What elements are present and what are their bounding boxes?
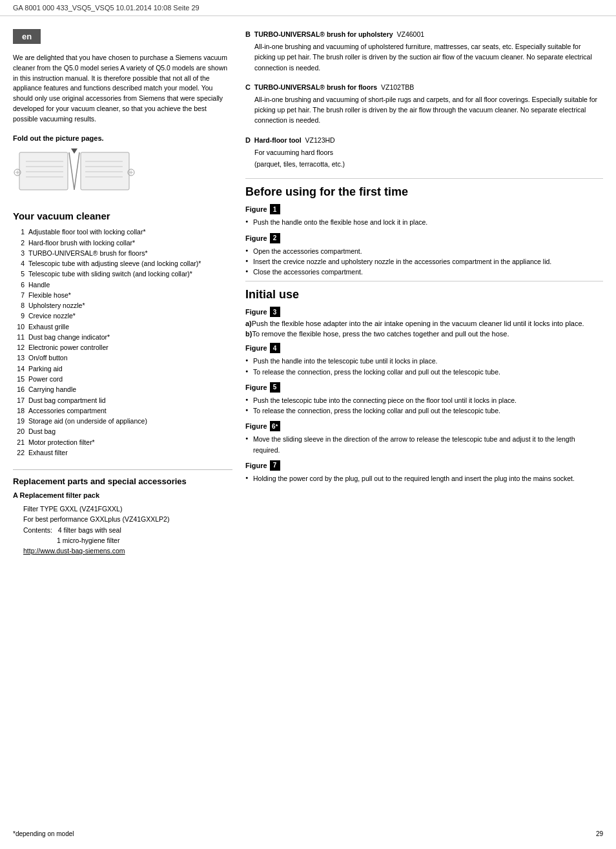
bullet-item: To release the connection, press the loc… [245, 367, 603, 377]
figure-3-a: a)Push the flexible hose adapter into th… [245, 320, 603, 327]
vacuum-list-item: 22Exhaust filter [13, 447, 232, 458]
replacement-heading: Replacement parts and special accessorie… [13, 476, 232, 486]
vacuum-list-item: 21Motor protection filter* [13, 437, 232, 447]
vacuum-list-item: 4Telescopic tube with adjusting sleeve (… [13, 258, 232, 269]
bullet-item: Holding the power cord by the plug, pull… [245, 473, 603, 484]
figure-4-bullets: Push the handle into the telescopic tube… [245, 356, 603, 377]
bullet-item: Move the sliding sleeve in the direction… [245, 434, 603, 455]
section-c-code: VZ102TBB [381, 83, 414, 91]
initial-use-heading: Initial use [245, 281, 603, 302]
figure-4-label: Figure 4 [245, 343, 603, 353]
figure-5-label: Figure 5 [245, 382, 603, 393]
page-container: GA 8001 000 433_VSQ5_VSQ5 10.01.2014 10:… [0, 0, 616, 849]
vacuum-heading: Your vacuum cleaner [13, 210, 232, 221]
vacuum-list-item: 16Carrying handle [13, 384, 232, 394]
bullet-item: Push the handle onto the flexible hose a… [245, 217, 603, 227]
contents-line2: 1 micro-hygiene filter [13, 535, 232, 546]
section-d-title: D Hard-floor tool VZ123HD [245, 135, 603, 146]
bullet-item: Close the accessories compartment. [245, 267, 603, 277]
figure-7-num: 7 [270, 460, 280, 471]
vacuum-list-item: 8Upholstery nozzle* [13, 300, 232, 311]
header-bar: GA 8001 000 433_VSQ5_VSQ5 10.01.2014 10:… [0, 0, 616, 16]
section-b-code: VZ46001 [396, 30, 424, 38]
bullet-item: Open the accessories compartment. [245, 246, 603, 256]
figure-5-bullets: Push the telescopic tube into the connec… [245, 395, 603, 416]
left-column: en We are delighted that you have chosen… [13, 29, 232, 556]
footer: *depending on model 29 [0, 830, 616, 837]
section-b-title: B TURBO-UNIVERSAL® brush for upholstery … [245, 29, 603, 40]
figure-3-b: b)To remove the flexible hose, press the… [245, 330, 603, 338]
figure-1-num: 1 [270, 204, 280, 214]
section-d-bold: Hard-floor tool [254, 136, 302, 144]
vacuum-list: 1Adjustable floor tool with locking coll… [13, 227, 232, 458]
right-column: B TURBO-UNIVERSAL® brush for upholstery … [245, 29, 603, 556]
figure-5-num: 5 [270, 382, 280, 393]
divider-1 [13, 469, 232, 470]
vacuum-list-item: 10Exhaust grille [13, 322, 232, 332]
svg-rect-0 [19, 152, 68, 190]
figure-3-num: 3 [270, 307, 280, 317]
vacuum-list-item: 7Flexible hose* [13, 290, 232, 300]
section-b-text: All-in-one brushing and vacuuming of uph… [245, 41, 603, 73]
figure-7-label: Figure 7 [245, 460, 603, 471]
vacuum-list-item: 14Parking aid [13, 363, 232, 374]
contents-line1: Contents: 4 filter bags with seal [13, 525, 232, 535]
footer-note: *depending on model [13, 830, 74, 837]
section-c: C TURBO-UNIVERSAL® brush for floors VZ10… [245, 82, 603, 126]
bullet-item: Push the telescopic tube into the connec… [245, 395, 603, 405]
filter-perf: For best performance GXXLplus (VZ41GXXLP… [13, 514, 232, 524]
language-badge: en [13, 29, 41, 44]
main-content: en We are delighted that you have chosen… [0, 16, 616, 562]
vacuum-list-item: 1Adjustable floor tool with locking coll… [13, 227, 232, 237]
figure-1-bullets: Push the handle onto the flexible hose a… [245, 217, 603, 227]
vacuum-list-item: 12Electronic power controller [13, 342, 232, 353]
bullet-item: To release the connection, press the loc… [245, 405, 603, 416]
svg-line-2 [69, 152, 74, 190]
intro-text: We are delighted that you have chosen to… [13, 53, 232, 124]
book-illustration [13, 147, 136, 199]
header-title: GA 8001 000 433_VSQ5_VSQ5 10.01.2014 10:… [13, 4, 200, 12]
vacuum-list-item: 9Crevice nozzle* [13, 311, 232, 321]
filter-link: http://www.dust-bag-siemens.com [13, 546, 232, 556]
vacuum-list-item: 18Accessories compartment [13, 405, 232, 416]
figure-7-bullets: Holding the power cord by the plug, pull… [245, 473, 603, 484]
filter-type: Filter TYPE GXXL (VZ41FGXXL) [13, 504, 232, 514]
vacuum-list-item: 13On/off button [13, 353, 232, 363]
section-c-title: C TURBO-UNIVERSAL® brush for floors VZ10… [245, 82, 603, 93]
section-d-text2: (parquet, tiles, terracotta, etc.) [245, 159, 603, 169]
section-d-code: VZ123HD [305, 136, 335, 144]
section-c-bold: TURBO-UNIVERSAL® brush for floors [254, 83, 377, 91]
figure-2-bullets: Open the accessories compartment.Insert … [245, 246, 603, 278]
replacement-filter-heading: A Replacement filter pack [13, 490, 232, 501]
section-c-text: All-in-one brushing and vacuuming of sho… [245, 94, 603, 126]
bullet-item: Insert the crevice nozzle and upholstery… [245, 256, 603, 267]
vacuum-list-item: 3TURBO-UNIVERSAL® brush for floors* [13, 248, 232, 258]
vacuum-list-item: 5Telescopic tube with sliding switch (an… [13, 269, 232, 279]
section-b-bold: TURBO-UNIVERSAL® brush for upholstery [254, 30, 393, 38]
fold-label: Fold out the picture pages. [13, 134, 232, 142]
vacuum-list-item: 2Hard-floor brush with locking collar* [13, 238, 232, 248]
figure-6-bullets: Move the sliding sleeve in the direction… [245, 434, 603, 455]
vacuum-list-item: 19Storage aid (on underside of appliance… [13, 416, 232, 426]
figure-6-label: Figure 6 [245, 421, 603, 431]
vacuum-list-item: 15Power cord [13, 374, 232, 384]
vacuum-list-item: 11Dust bag change indicator* [13, 332, 232, 342]
vacuum-list-item: 17Dust bag compartment lid [13, 395, 232, 405]
section-d-text1: For vacuuming hard floors [245, 147, 603, 158]
before-first-use-heading: Before using for the first time [245, 178, 603, 199]
bullet-item: Push the handle into the telescopic tube… [245, 356, 603, 366]
section-d: D Hard-floor tool VZ123HD For vacuuming … [245, 135, 603, 170]
vacuum-list-item: 6Handle [13, 280, 232, 290]
svg-rect-1 [81, 152, 129, 190]
figure-6-num: 6 [270, 421, 280, 431]
svg-line-3 [74, 152, 79, 190]
figure-1-label: Figure 1 [245, 204, 603, 214]
dust-bag-link[interactable]: http://www.dust-bag-siemens.com [23, 547, 125, 555]
section-b: B TURBO-UNIVERSAL® brush for upholstery … [245, 29, 603, 73]
vacuum-list-item: 20Dust bag [13, 426, 232, 436]
figure-2-label: Figure 2 [245, 233, 603, 243]
figure-3-label: Figure 3 [245, 307, 603, 317]
replacement-section: Replacement parts and special accessorie… [13, 476, 232, 556]
page-number: 29 [596, 830, 603, 837]
figure-4-num: 4 [270, 343, 280, 353]
